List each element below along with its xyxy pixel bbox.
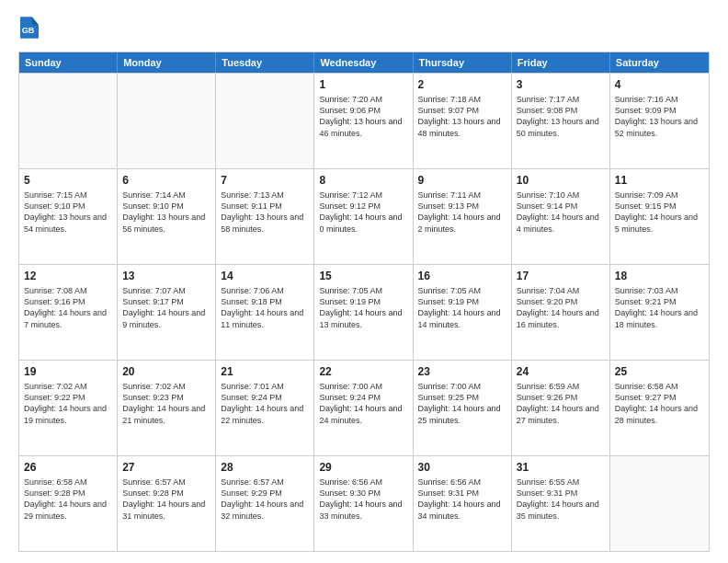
calendar-cell: 18Sunrise: 7:03 AMSunset: 9:21 PMDayligh… (610, 265, 709, 360)
cell-info: Sunrise: 7:20 AMSunset: 9:06 PMDaylight:… (319, 94, 407, 139)
calendar-cell: 19Sunrise: 7:02 AMSunset: 9:22 PMDayligh… (19, 361, 118, 455)
day-number: 18 (615, 269, 704, 283)
cell-info: Sunrise: 7:06 AMSunset: 9:18 PMDaylight:… (221, 285, 309, 330)
day-number: 11 (615, 173, 704, 188)
calendar-cell (610, 456, 709, 551)
day-number: 27 (122, 460, 210, 475)
calendar-cell: 16Sunrise: 7:05 AMSunset: 9:19 PMDayligh… (414, 265, 512, 360)
day-number: 8 (319, 173, 407, 188)
cell-info: Sunrise: 7:05 AMSunset: 9:19 PMDaylight:… (319, 285, 407, 330)
day-number: 23 (418, 364, 506, 379)
calendar-cell: 15Sunrise: 7:05 AMSunset: 9:19 PMDayligh… (314, 265, 413, 360)
calendar-cell: 6Sunrise: 7:14 AMSunset: 9:10 PMDaylight… (118, 169, 216, 264)
cell-info: Sunrise: 7:15 AMSunset: 9:10 PMDaylight:… (24, 190, 112, 235)
day-number: 20 (122, 364, 210, 379)
cell-info: Sunrise: 7:14 AMSunset: 9:10 PMDaylight:… (122, 190, 210, 235)
cell-info: Sunrise: 6:55 AMSunset: 9:31 PMDaylight:… (517, 477, 605, 522)
header-cell-sunday: Sunday (19, 52, 118, 73)
header-cell-wednesday: Wednesday (314, 52, 413, 73)
day-number: 19 (24, 364, 112, 379)
day-number: 31 (517, 460, 605, 475)
day-number: 2 (418, 77, 506, 92)
day-number: 29 (319, 460, 407, 475)
calendar-row-3: 12Sunrise: 7:08 AMSunset: 9:16 PMDayligh… (19, 264, 709, 360)
calendar-cell: 14Sunrise: 7:06 AMSunset: 9:18 PMDayligh… (216, 265, 314, 360)
day-number: 3 (517, 77, 605, 92)
calendar-cell: 27Sunrise: 6:57 AMSunset: 9:28 PMDayligh… (118, 456, 216, 551)
calendar-cell: 23Sunrise: 7:00 AMSunset: 9:25 PMDayligh… (414, 361, 512, 455)
calendar-cell: 11Sunrise: 7:09 AMSunset: 9:15 PMDayligh… (610, 169, 709, 264)
svg-text:GB: GB (22, 26, 35, 35)
day-number: 5 (24, 173, 112, 188)
day-number: 14 (221, 269, 309, 283)
cell-info: Sunrise: 6:58 AMSunset: 9:28 PMDaylight:… (24, 477, 112, 522)
header-cell-friday: Friday (512, 52, 610, 73)
calendar-cell: 13Sunrise: 7:07 AMSunset: 9:17 PMDayligh… (118, 265, 216, 360)
cell-info: Sunrise: 7:01 AMSunset: 9:24 PMDaylight:… (221, 381, 309, 426)
cell-info: Sunrise: 6:56 AMSunset: 9:30 PMDaylight:… (319, 477, 407, 522)
day-number: 17 (517, 269, 605, 283)
calendar-cell: 3Sunrise: 7:17 AMSunset: 9:08 PMDaylight… (512, 74, 610, 168)
calendar-row-5: 26Sunrise: 6:58 AMSunset: 9:28 PMDayligh… (19, 455, 709, 551)
day-number: 24 (517, 364, 605, 379)
cell-info: Sunrise: 6:56 AMSunset: 9:31 PMDaylight:… (418, 477, 506, 522)
cell-info: Sunrise: 7:03 AMSunset: 9:21 PMDaylight:… (615, 285, 704, 330)
header-cell-tuesday: Tuesday (216, 52, 314, 73)
calendar-row-4: 19Sunrise: 7:02 AMSunset: 9:22 PMDayligh… (19, 360, 709, 455)
cell-info: Sunrise: 7:00 AMSunset: 9:25 PMDaylight:… (418, 381, 506, 426)
calendar-cell: 1Sunrise: 7:20 AMSunset: 9:06 PMDaylight… (314, 74, 413, 168)
calendar-cell: 8Sunrise: 7:12 AMSunset: 9:12 PMDaylight… (314, 169, 413, 264)
calendar-cell: 24Sunrise: 6:59 AMSunset: 9:26 PMDayligh… (512, 361, 610, 455)
calendar-cell: 12Sunrise: 7:08 AMSunset: 9:16 PMDayligh… (19, 265, 118, 360)
day-number: 15 (319, 269, 407, 283)
calendar-cell: 31Sunrise: 6:55 AMSunset: 9:31 PMDayligh… (512, 456, 610, 551)
calendar-cell: 21Sunrise: 7:01 AMSunset: 9:24 PMDayligh… (216, 361, 314, 455)
calendar: SundayMondayTuesdayWednesdayThursdayFrid… (18, 52, 710, 552)
day-number: 7 (221, 173, 309, 188)
calendar-cell: 5Sunrise: 7:15 AMSunset: 9:10 PMDaylight… (19, 169, 118, 264)
day-number: 1 (319, 77, 407, 92)
day-number: 22 (319, 364, 407, 379)
calendar-cell: 7Sunrise: 7:13 AMSunset: 9:11 PMDaylight… (216, 169, 314, 264)
day-number: 25 (615, 364, 704, 379)
calendar-header: SundayMondayTuesdayWednesdayThursdayFrid… (19, 52, 709, 73)
logo-icon: GB (20, 17, 39, 39)
cell-info: Sunrise: 6:59 AMSunset: 9:26 PMDaylight:… (517, 381, 605, 426)
header: GB (18, 17, 710, 42)
page: GB SundayMondayTuesdayWednesdayThursdayF… (0, 0, 728, 563)
day-number: 16 (418, 269, 506, 283)
calendar-cell: 4Sunrise: 7:16 AMSunset: 9:09 PMDaylight… (610, 74, 709, 168)
day-number: 28 (221, 460, 309, 475)
calendar-cell: 30Sunrise: 6:56 AMSunset: 9:31 PMDayligh… (414, 456, 512, 551)
calendar-cell: 2Sunrise: 7:18 AMSunset: 9:07 PMDaylight… (414, 74, 512, 168)
cell-info: Sunrise: 7:18 AMSunset: 9:07 PMDaylight:… (418, 94, 506, 139)
calendar-cell (19, 74, 118, 168)
calendar-row-2: 5Sunrise: 7:15 AMSunset: 9:10 PMDaylight… (19, 168, 709, 264)
day-number: 10 (517, 173, 605, 188)
header-cell-thursday: Thursday (414, 52, 512, 73)
header-cell-saturday: Saturday (610, 52, 709, 73)
day-number: 21 (221, 364, 309, 379)
cell-info: Sunrise: 7:02 AMSunset: 9:22 PMDaylight:… (24, 381, 112, 426)
calendar-cell: 28Sunrise: 6:57 AMSunset: 9:29 PMDayligh… (216, 456, 314, 551)
calendar-cell: 10Sunrise: 7:10 AMSunset: 9:14 PMDayligh… (512, 169, 610, 264)
cell-info: Sunrise: 7:12 AMSunset: 9:12 PMDaylight:… (319, 190, 407, 235)
calendar-cell (216, 74, 314, 168)
day-number: 26 (24, 460, 112, 475)
cell-info: Sunrise: 7:13 AMSunset: 9:11 PMDaylight:… (221, 190, 309, 235)
day-number: 13 (122, 269, 210, 283)
cell-info: Sunrise: 7:05 AMSunset: 9:19 PMDaylight:… (418, 285, 506, 330)
day-number: 4 (615, 77, 704, 92)
day-number: 6 (122, 173, 210, 188)
cell-info: Sunrise: 7:17 AMSunset: 9:08 PMDaylight:… (517, 94, 605, 139)
cell-info: Sunrise: 6:57 AMSunset: 9:29 PMDaylight:… (221, 477, 309, 522)
cell-info: Sunrise: 7:16 AMSunset: 9:09 PMDaylight:… (615, 94, 704, 139)
calendar-cell: 20Sunrise: 7:02 AMSunset: 9:23 PMDayligh… (118, 361, 216, 455)
cell-info: Sunrise: 7:10 AMSunset: 9:14 PMDaylight:… (517, 190, 605, 235)
cell-info: Sunrise: 7:00 AMSunset: 9:24 PMDaylight:… (319, 381, 407, 426)
calendar-cell: 29Sunrise: 6:56 AMSunset: 9:30 PMDayligh… (314, 456, 413, 551)
calendar-cell: 26Sunrise: 6:58 AMSunset: 9:28 PMDayligh… (19, 456, 118, 551)
cell-info: Sunrise: 7:07 AMSunset: 9:17 PMDaylight:… (122, 285, 210, 330)
cell-info: Sunrise: 7:09 AMSunset: 9:15 PMDaylight:… (615, 190, 704, 235)
calendar-cell: 25Sunrise: 6:58 AMSunset: 9:27 PMDayligh… (610, 361, 709, 455)
